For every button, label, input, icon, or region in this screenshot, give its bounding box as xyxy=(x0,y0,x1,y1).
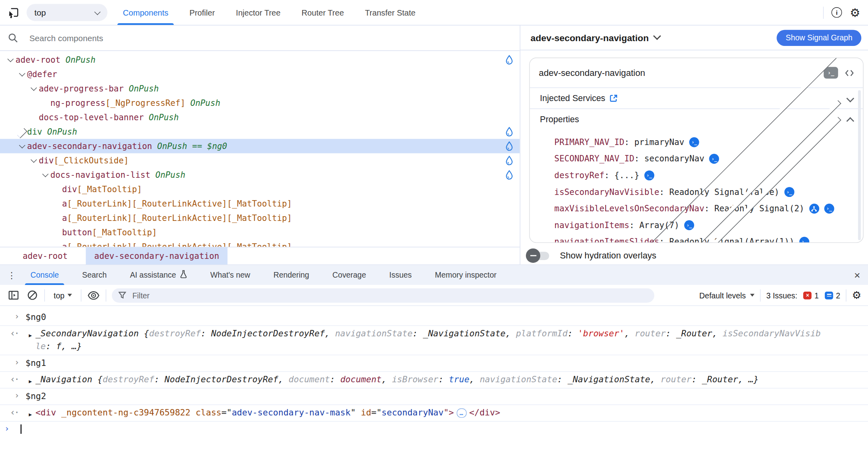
log-to-console-icon[interactable]: ›_ xyxy=(824,204,834,214)
tab-profiler[interactable]: Profiler xyxy=(187,0,217,25)
tab-router-tree[interactable]: Router Tree xyxy=(299,0,346,25)
property-row[interactable]: maxVisibleLevelsOnSecondaryNav: Readonly… xyxy=(530,201,863,217)
tree-node-label: button[_MatTooltip] xyxy=(62,227,157,237)
expand-triangle-icon[interactable]: ▶ xyxy=(29,329,32,342)
prompt-chevron-icon: › xyxy=(4,423,10,435)
tree-row[interactable]: @defer xyxy=(0,67,520,81)
tree-row[interactable]: adev-progress-bar OnPush xyxy=(0,81,520,96)
signal-graph-icon[interactable] xyxy=(809,204,819,214)
expand-arrow-down-icon[interactable] xyxy=(29,158,39,163)
breadcrumb: adev-rootadev-secondary-navigation xyxy=(0,247,520,264)
drawer-tab-coverage[interactable]: Coverage xyxy=(332,265,366,285)
chevron-down-icon xyxy=(94,8,101,15)
close-drawer-icon[interactable]: × xyxy=(854,270,860,280)
settings-gear-icon[interactable]: ⚙ xyxy=(850,7,860,18)
drawer-tab-ai-assistance[interactable]: AI assistance xyxy=(130,265,187,285)
property-value[interactable]: secondaryNav xyxy=(644,154,704,164)
expand-arrow-down-icon[interactable] xyxy=(17,144,27,148)
clear-console-icon[interactable] xyxy=(26,288,39,302)
kebab-menu-icon[interactable]: ⋮ xyxy=(4,270,19,280)
console-settings-gear-icon[interactable]: ⚙ xyxy=(852,290,862,300)
console-prompt[interactable]: › xyxy=(0,421,868,437)
console-command-row: ›$ng2 xyxy=(0,388,868,405)
expand-triangle-icon[interactable]: ▶ xyxy=(29,375,32,387)
live-expression-eye-icon[interactable] xyxy=(87,288,100,302)
property-row[interactable]: isSecondaryNavVisible: Readonly Signal(f… xyxy=(530,184,863,201)
drawer-tab-search[interactable]: Search xyxy=(82,265,107,285)
expand-arrow-down-icon[interactable] xyxy=(17,72,27,76)
log-to-console-icon[interactable]: ›_ xyxy=(784,187,794,197)
inspector-panel: adev-secondary-navigation Show Signal Gr… xyxy=(520,26,868,264)
console-toolbar: top Default levels xyxy=(0,285,868,306)
returned-value-icon: ‹· xyxy=(10,406,18,419)
external-link-icon[interactable] xyxy=(610,94,618,103)
tree-node-label: docs-top-level-banner OnPush xyxy=(39,112,179,122)
filter-input[interactable] xyxy=(131,290,648,300)
caret-down-icon xyxy=(68,294,72,297)
expand-triangle-icon[interactable]: ▶ xyxy=(29,408,32,421)
tree-row[interactable]: docs-navigation-list OnPush xyxy=(0,168,520,182)
log-to-console-icon[interactable]: ›_ xyxy=(689,137,699,147)
tree-row[interactable]: a[_RouterLink][_RouterLinkActive][_MatTo… xyxy=(0,211,520,225)
frame-context-dropdown[interactable]: top xyxy=(26,4,107,21)
tree-row[interactable]: a[_RouterLink][_RouterLinkActive][_MatTo… xyxy=(0,240,520,247)
issues-counter[interactable]: 3 Issues: × 1 2 xyxy=(766,291,840,300)
tab-injector-tree[interactable]: Injector Tree xyxy=(234,0,283,25)
tree-row[interactable]: docs-top-level-banner OnPush xyxy=(0,110,520,125)
tree-row[interactable]: a[_RouterLink][_RouterLinkActive][_MatTo… xyxy=(0,197,520,211)
breadcrumb-item[interactable]: adev-secondary-navigation xyxy=(86,247,227,264)
property-row[interactable]: navigationItems: Array(7)›_ xyxy=(530,217,863,234)
injected-services-section[interactable]: Injected Services xyxy=(530,88,863,109)
hydration-droplet-icon xyxy=(506,155,513,165)
tree-node-label: @defer xyxy=(27,69,57,79)
expand-arrow-right-icon[interactable] xyxy=(17,129,27,134)
object-preview: <div _ngcontent-ng-c3947659822 class="ad… xyxy=(36,408,500,418)
frame-context-label: top xyxy=(34,8,46,17)
property-row[interactable]: SECONDARY_NAV_ID: secondaryNav›_ xyxy=(530,151,863,167)
drawer-tab-rendering[interactable]: Rendering xyxy=(273,265,309,285)
log-levels-dropdown[interactable]: Default levels xyxy=(699,291,755,300)
expand-arrow-right-icon[interactable] xyxy=(542,172,864,176)
breadcrumb-item[interactable]: adev-root xyxy=(14,247,76,264)
tree-row[interactable]: ng-progress[_NgProgressRef] OnPush xyxy=(0,96,520,110)
expand-arrow-right-icon[interactable] xyxy=(542,238,864,242)
console-drawer: ⋮ ConsoleSearchAI assistanceWhat's newRe… xyxy=(0,264,868,449)
tree-row[interactable]: div[_MatTooltip] xyxy=(0,182,520,197)
drawer-tab-issues[interactable]: Issues xyxy=(389,265,412,285)
tab-transfer-state[interactable]: Transfer State xyxy=(363,0,418,25)
chevron-up-icon xyxy=(846,117,854,125)
drawer-tab-what-s-new[interactable]: What's new xyxy=(210,265,250,285)
property-row[interactable]: navigationItemsSlides: Readonly Signal(A… xyxy=(530,234,863,243)
expand-inline-icon[interactable]: … xyxy=(457,408,466,418)
expand-arrow-down-icon[interactable] xyxy=(29,86,39,91)
tree-row[interactable]: div[_ClickOutside] xyxy=(0,153,520,168)
tree-row[interactable]: adev-root OnPush xyxy=(0,53,520,67)
inspect-element-icon[interactable] xyxy=(7,6,20,19)
devtools-tab-strip: ComponentsProfilerInjector TreeRouter Tr… xyxy=(121,0,418,25)
selected-component-title[interactable]: adev-secondary-navigation xyxy=(531,32,660,43)
show-signal-graph-button[interactable]: Show Signal Graph xyxy=(777,30,861,46)
hydration-droplet-icon xyxy=(506,141,513,151)
view-source-icon[interactable] xyxy=(845,68,854,77)
tab-components[interactable]: Components xyxy=(121,0,171,25)
console-sidebar-icon[interactable] xyxy=(7,288,20,302)
property-value[interactable]: primaryNav xyxy=(634,137,684,147)
info-icon[interactable]: i xyxy=(832,7,842,18)
command-text: $ng2 xyxy=(26,391,46,401)
tree-row[interactable]: button[_MatTooltip] xyxy=(0,225,520,240)
expand-arrow-down-icon[interactable] xyxy=(6,58,16,62)
log-to-console-icon[interactable]: ›_ xyxy=(709,154,719,164)
expand-arrow-down-icon[interactable] xyxy=(40,173,50,177)
property-row[interactable]: destroyRef: {...}›_ xyxy=(530,167,863,184)
drawer-tab-console[interactable]: Console xyxy=(30,265,59,285)
drawer-tab-memory-inspector[interactable]: Memory inspector xyxy=(435,265,496,285)
console-context-dropdown[interactable]: top xyxy=(50,291,76,300)
search-input[interactable] xyxy=(28,33,252,43)
scrollbar[interactable] xyxy=(858,90,861,240)
hydration-overlay-toggle[interactable] xyxy=(526,248,549,263)
console-filter xyxy=(112,288,654,302)
returned-value-icon: ‹· xyxy=(10,327,18,340)
tree-row[interactable]: div OnPush xyxy=(0,125,520,139)
tree-row[interactable]: adev-secondary-navigation OnPush == $ng0 xyxy=(0,139,520,153)
expand-arrow-right-icon[interactable] xyxy=(542,221,864,226)
